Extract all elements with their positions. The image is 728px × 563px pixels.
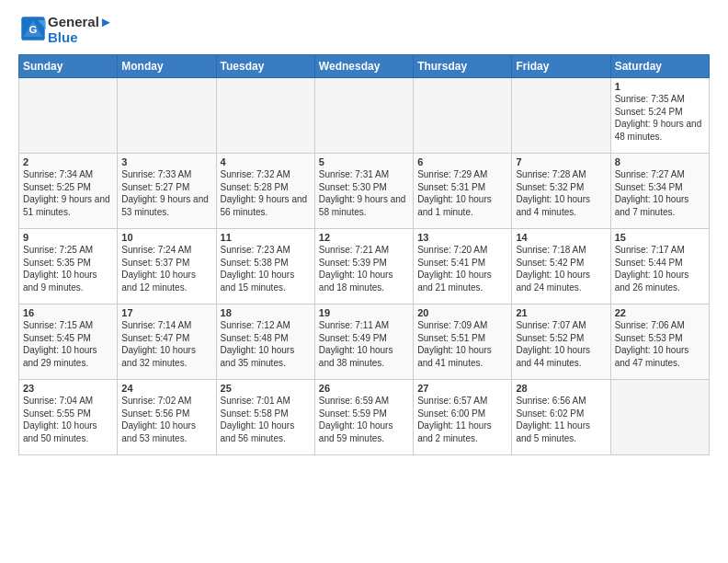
day-number: 26 (319, 383, 409, 394)
day-info: Sunrise: 7:11 AM Sunset: 5:49 PM Dayligh… (319, 319, 409, 369)
day-number: 24 (121, 383, 211, 394)
day-cell: 5Sunrise: 7:31 AM Sunset: 5:30 PM Daylig… (314, 154, 413, 229)
day-cell: 26Sunrise: 6:59 AM Sunset: 5:59 PM Dayli… (314, 380, 413, 455)
day-number: 25 (221, 383, 311, 394)
day-info: Sunrise: 7:20 AM Sunset: 5:41 PM Dayligh… (417, 244, 507, 293)
day-cell: 9Sunrise: 7:25 AM Sunset: 5:35 PM Daylig… (19, 229, 118, 304)
day-cell: 10Sunrise: 7:24 AM Sunset: 5:37 PM Dayli… (118, 229, 216, 304)
day-info: Sunrise: 7:25 AM Sunset: 5:35 PM Dayligh… (23, 244, 113, 293)
logo: G General► Blue (18, 15, 113, 45)
header: G General► Blue (18, 15, 710, 45)
weekday-header-friday: Friday (512, 55, 610, 78)
day-info: Sunrise: 7:17 AM Sunset: 5:44 PM Dayligh… (615, 244, 705, 293)
weekday-header-saturday: Saturday (610, 55, 709, 78)
day-info: Sunrise: 7:15 AM Sunset: 5:45 PM Dayligh… (23, 319, 113, 369)
day-cell: 8Sunrise: 7:27 AM Sunset: 5:34 PM Daylig… (610, 154, 709, 229)
day-cell (414, 78, 512, 154)
day-number: 23 (23, 383, 113, 394)
day-number: 6 (417, 156, 507, 167)
day-number: 22 (615, 307, 705, 318)
day-info: Sunrise: 7:28 AM Sunset: 5:32 PM Dayligh… (516, 168, 606, 218)
day-info: Sunrise: 6:57 AM Sunset: 6:00 PM Dayligh… (417, 395, 507, 444)
day-cell: 16Sunrise: 7:15 AM Sunset: 5:45 PM Dayli… (19, 304, 118, 380)
day-info: Sunrise: 7:23 AM Sunset: 5:38 PM Dayligh… (221, 244, 311, 293)
day-info: Sunrise: 7:29 AM Sunset: 5:31 PM Dayligh… (417, 168, 507, 218)
day-cell (512, 78, 610, 154)
day-cell: 12Sunrise: 7:21 AM Sunset: 5:39 PM Dayli… (314, 229, 413, 304)
weekday-header-wednesday: Wednesday (314, 55, 413, 78)
calendar-table: SundayMondayTuesdayWednesdayThursdayFrid… (18, 54, 710, 455)
day-number: 20 (417, 307, 507, 318)
day-number: 14 (516, 232, 606, 243)
day-cell: 22Sunrise: 7:06 AM Sunset: 5:53 PM Dayli… (610, 304, 709, 380)
week-row-4: 16Sunrise: 7:15 AM Sunset: 5:45 PM Dayli… (19, 304, 710, 380)
svg-text:G: G (29, 24, 38, 35)
day-info: Sunrise: 7:06 AM Sunset: 5:53 PM Dayligh… (615, 319, 705, 369)
day-cell (610, 380, 709, 455)
day-info: Sunrise: 7:01 AM Sunset: 5:58 PM Dayligh… (221, 395, 311, 444)
day-info: Sunrise: 7:12 AM Sunset: 5:48 PM Dayligh… (221, 319, 311, 369)
day-number: 11 (221, 232, 311, 243)
day-number: 9 (23, 232, 113, 243)
weekday-header-monday: Monday (118, 55, 216, 78)
week-row-1: 1Sunrise: 7:35 AM Sunset: 5:24 PM Daylig… (19, 78, 710, 154)
day-number: 28 (516, 383, 606, 394)
weekday-header-row: SundayMondayTuesdayWednesdayThursdayFrid… (19, 55, 710, 78)
day-info: Sunrise: 7:27 AM Sunset: 5:34 PM Dayligh… (615, 168, 705, 218)
day-info: Sunrise: 7:34 AM Sunset: 5:25 PM Dayligh… (23, 168, 113, 218)
day-cell: 2Sunrise: 7:34 AM Sunset: 5:25 PM Daylig… (19, 154, 118, 229)
day-info: Sunrise: 6:59 AM Sunset: 5:59 PM Dayligh… (319, 395, 409, 444)
day-number: 3 (121, 156, 211, 167)
day-cell: 13Sunrise: 7:20 AM Sunset: 5:41 PM Dayli… (414, 229, 512, 304)
day-number: 8 (615, 156, 705, 167)
day-number: 5 (319, 156, 409, 167)
day-cell: 11Sunrise: 7:23 AM Sunset: 5:38 PM Dayli… (216, 229, 314, 304)
day-cell (216, 78, 314, 154)
day-cell: 18Sunrise: 7:12 AM Sunset: 5:48 PM Dayli… (216, 304, 314, 380)
week-row-2: 2Sunrise: 7:34 AM Sunset: 5:25 PM Daylig… (19, 154, 710, 229)
weekday-header-tuesday: Tuesday (216, 55, 314, 78)
day-cell: 24Sunrise: 7:02 AM Sunset: 5:56 PM Dayli… (118, 380, 216, 455)
day-number: 16 (23, 307, 113, 318)
weekday-header-sunday: Sunday (19, 55, 118, 78)
day-number: 27 (417, 383, 507, 394)
calendar-page: G General► Blue SundayMondayTuesdayWedne… (0, 0, 728, 465)
day-number: 13 (417, 232, 507, 243)
day-info: Sunrise: 7:02 AM Sunset: 5:56 PM Dayligh… (121, 395, 211, 444)
day-cell: 19Sunrise: 7:11 AM Sunset: 5:49 PM Dayli… (314, 304, 413, 380)
day-info: Sunrise: 7:07 AM Sunset: 5:52 PM Dayligh… (516, 319, 606, 369)
day-number: 19 (319, 307, 409, 318)
day-info: Sunrise: 7:35 AM Sunset: 5:24 PM Dayligh… (615, 93, 705, 143)
day-cell: 4Sunrise: 7:32 AM Sunset: 5:28 PM Daylig… (216, 154, 314, 229)
day-number: 18 (221, 307, 311, 318)
day-info: Sunrise: 7:33 AM Sunset: 5:27 PM Dayligh… (121, 168, 211, 218)
day-info: Sunrise: 6:56 AM Sunset: 6:02 PM Dayligh… (516, 395, 606, 444)
week-row-5: 23Sunrise: 7:04 AM Sunset: 5:55 PM Dayli… (19, 380, 710, 455)
logo-name-line2: Blue (48, 30, 113, 46)
weekday-header-thursday: Thursday (414, 55, 512, 78)
day-cell: 3Sunrise: 7:33 AM Sunset: 5:27 PM Daylig… (118, 154, 216, 229)
day-cell: 23Sunrise: 7:04 AM Sunset: 5:55 PM Dayli… (19, 380, 118, 455)
logo-name-line1: General► (48, 15, 113, 30)
day-cell: 20Sunrise: 7:09 AM Sunset: 5:51 PM Dayli… (414, 304, 512, 380)
day-number: 1 (615, 81, 705, 92)
logo-icon: G (20, 16, 46, 41)
day-number: 7 (516, 156, 606, 167)
day-info: Sunrise: 7:21 AM Sunset: 5:39 PM Dayligh… (319, 244, 409, 293)
day-number: 2 (23, 156, 113, 167)
day-cell (19, 78, 118, 154)
day-info: Sunrise: 7:18 AM Sunset: 5:42 PM Dayligh… (516, 244, 606, 293)
day-info: Sunrise: 7:04 AM Sunset: 5:55 PM Dayligh… (23, 395, 113, 444)
day-cell: 6Sunrise: 7:29 AM Sunset: 5:31 PM Daylig… (414, 154, 512, 229)
day-cell: 14Sunrise: 7:18 AM Sunset: 5:42 PM Dayli… (512, 229, 610, 304)
day-cell: 15Sunrise: 7:17 AM Sunset: 5:44 PM Dayli… (610, 229, 709, 304)
day-info: Sunrise: 7:31 AM Sunset: 5:30 PM Dayligh… (319, 168, 409, 218)
day-number: 10 (121, 232, 211, 243)
day-info: Sunrise: 7:32 AM Sunset: 5:28 PM Dayligh… (221, 168, 311, 218)
day-info: Sunrise: 7:24 AM Sunset: 5:37 PM Dayligh… (121, 244, 211, 293)
day-info: Sunrise: 7:14 AM Sunset: 5:47 PM Dayligh… (121, 319, 211, 369)
day-number: 21 (516, 307, 606, 318)
day-cell: 25Sunrise: 7:01 AM Sunset: 5:58 PM Dayli… (216, 380, 314, 455)
day-cell: 21Sunrise: 7:07 AM Sunset: 5:52 PM Dayli… (512, 304, 610, 380)
day-cell (118, 78, 216, 154)
